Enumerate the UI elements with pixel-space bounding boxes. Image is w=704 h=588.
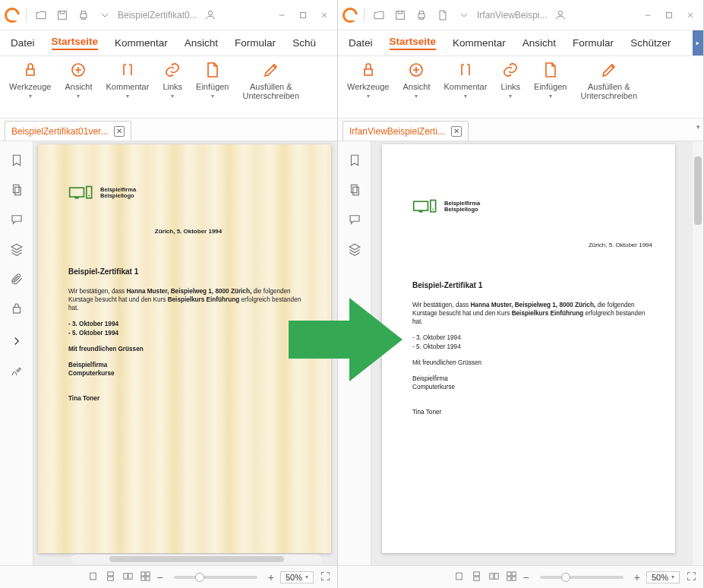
zoom-combobox[interactable]: 50%▾ <box>280 571 314 583</box>
zoom-out-button[interactable]: − <box>157 571 163 583</box>
menu-startseite[interactable]: Startseite <box>52 36 99 50</box>
print-icon[interactable] <box>75 7 92 24</box>
layers-icon[interactable] <box>348 242 361 258</box>
menu-kommentar[interactable]: Kommentar <box>115 37 168 49</box>
minimize-button[interactable] <box>639 7 656 24</box>
menu-ansicht[interactable]: Ansicht <box>522 37 556 49</box>
zoom-combobox[interactable]: 50%▾ <box>646 571 680 583</box>
comments-icon[interactable] <box>348 213 361 229</box>
view-facing-cont-icon[interactable] <box>506 571 517 584</box>
close-tab-icon[interactable]: ✕ <box>114 126 125 137</box>
zoom-slider[interactable] <box>540 576 623 579</box>
attachment-icon[interactable] <box>10 272 24 288</box>
menu-formular[interactable]: Formular <box>235 37 276 49</box>
svg-rect-33 <box>473 571 479 575</box>
cert-body: Wir bestätigen, dass Hanna Muster, Beisp… <box>68 287 308 312</box>
tab-overflow-icon[interactable]: ▾ <box>696 123 700 131</box>
menu-datei[interactable]: Datei <box>11 37 35 49</box>
svg-rect-10 <box>87 187 92 198</box>
user-icon[interactable] <box>552 7 569 24</box>
menu-kommentar[interactable]: Kommentar <box>453 37 506 49</box>
save-icon. [interactable] <box>392 7 409 24</box>
zoom-in-button[interactable]: + <box>268 571 274 583</box>
bookmark-icon[interactable] <box>348 153 361 169</box>
app-logo-icon <box>5 8 20 23</box>
svg-point-11 <box>88 195 90 197</box>
menu-ansicht[interactable]: Ansicht <box>185 37 218 49</box>
svg-rect-12 <box>90 573 96 580</box>
open-icon[interactable] <box>33 7 49 24</box>
ribbon-einfugen[interactable]: Einfügen▾ <box>191 59 233 115</box>
view-continuous-icon[interactable] <box>471 571 482 584</box>
zoom-out-button[interactable]: − <box>523 571 529 583</box>
svg-rect-35 <box>489 573 493 579</box>
cert-title: Beispiel-Zertifikat 1 <box>412 280 652 291</box>
signature-icon[interactable] <box>10 364 24 380</box>
view-facing-icon[interactable] <box>122 571 134 584</box>
dropdown-icon[interactable] <box>456 7 472 24</box>
view-single-icon[interactable] <box>87 571 99 584</box>
fullscreen-icon[interactable] <box>686 571 697 584</box>
menu-datei[interactable]: Datei <box>349 37 373 49</box>
user-icon[interactable] <box>202 7 219 24</box>
page-icon[interactable] <box>434 7 451 24</box>
window-right: IrfanViewBeispi... Datei Startseite Komm… <box>338 0 704 588</box>
menu-formular[interactable]: Formular <box>573 37 614 49</box>
ribbon-kommentar[interactable]: Kommentar▾ <box>440 59 492 115</box>
menu-schutzen[interactable]: Schützer <box>630 37 671 49</box>
ribbon-links[interactable]: Links▾ <box>158 59 187 115</box>
maximize-button[interactable] <box>661 7 677 24</box>
zoom-in-button[interactable]: + <box>634 571 640 583</box>
vertical-scrollbar[interactable] <box>693 141 703 565</box>
ribbon-links[interactable]: Links▾ <box>496 59 525 115</box>
pages-icon[interactable] <box>10 183 24 199</box>
menu-overflow-icon[interactable] <box>693 30 703 55</box>
view-single-icon[interactable] <box>453 571 465 584</box>
pages-icon[interactable] <box>348 183 361 199</box>
svg-rect-16 <box>128 573 132 579</box>
menu-startseite[interactable]: Startseite <box>390 36 437 50</box>
close-tab-icon[interactable]: ✕ <box>451 126 462 137</box>
ribbon-ansicht[interactable]: Ansicht▾ <box>398 59 434 115</box>
zoom-slider[interactable] <box>174 576 257 579</box>
maximize-button[interactable] <box>295 7 311 24</box>
workarea: BeispielfirmaBeispiellogo Zürich, 5. Okt… <box>0 141 337 565</box>
close-button[interactable] <box>316 7 333 24</box>
expand-panel-icon[interactable] <box>10 334 24 350</box>
view-facing-icon[interactable] <box>488 571 500 584</box>
close-button[interactable] <box>682 7 699 24</box>
print-icon[interactable] <box>413 7 430 24</box>
ribbon-werkzeuge[interactable]: Werkzeuge▾ <box>343 59 393 115</box>
document-tab[interactable]: IrfanViewBeispielZerti... ✕ <box>343 121 469 141</box>
document-tab[interactable]: BeispielZertifikat01ver... ✕ <box>5 121 131 141</box>
svg-rect-20 <box>146 577 150 580</box>
document-tab-label: IrfanViewBeispielZerti... <box>349 126 445 137</box>
comments-icon[interactable] <box>10 213 24 229</box>
svg-rect-34 <box>473 577 479 580</box>
view-continuous-icon[interactable] <box>105 571 116 584</box>
page-canvas[interactable]: BeispielfirmaBeispiellogo Zürich, 5. Okt… <box>371 141 703 565</box>
cert-date: Zürich, 5. Oktober 1994 <box>412 242 652 250</box>
window-title: IrfanViewBeispi... <box>477 10 548 21</box>
svg-rect-13 <box>107 571 113 575</box>
save-icon[interactable] <box>54 7 71 24</box>
security-icon[interactable] <box>10 302 24 318</box>
ribbon-ausfullen[interactable]: Ausfüllen & Unterschreiben <box>576 59 642 115</box>
dropdown-icon[interactable] <box>96 7 113 24</box>
ribbon: Werkzeuge▾ Ansicht▾ Kommentar▾ Links▾ Ei… <box>0 56 337 119</box>
ribbon-ausfullen[interactable]: Ausfüllen & Unterschreiben <box>238 59 305 115</box>
bookmark-icon[interactable] <box>10 153 24 169</box>
ribbon-einfugen[interactable]: Einfügen▾ <box>529 59 571 115</box>
open-icon[interactable] <box>371 7 387 24</box>
layers-icon[interactable] <box>10 242 24 258</box>
statusbar: − + 50%▾ <box>338 565 703 588</box>
ribbon: Werkzeuge▾ Ansicht▾ Kommentar▾ Links▾ Ei… <box>338 56 703 119</box>
ribbon-ansicht[interactable]: Ansicht▾ <box>60 59 96 115</box>
ribbon-kommentar[interactable]: Kommentar▾ <box>102 59 154 115</box>
menu-schutzen[interactable]: Schü <box>292 37 316 49</box>
fullscreen-icon[interactable] <box>320 571 331 584</box>
horizontal-scrollbar[interactable] <box>71 555 322 564</box>
view-facing-cont-icon[interactable] <box>140 571 151 584</box>
minimize-button[interactable] <box>273 7 290 24</box>
ribbon-werkzeuge[interactable]: Werkzeuge▾ <box>5 59 55 115</box>
